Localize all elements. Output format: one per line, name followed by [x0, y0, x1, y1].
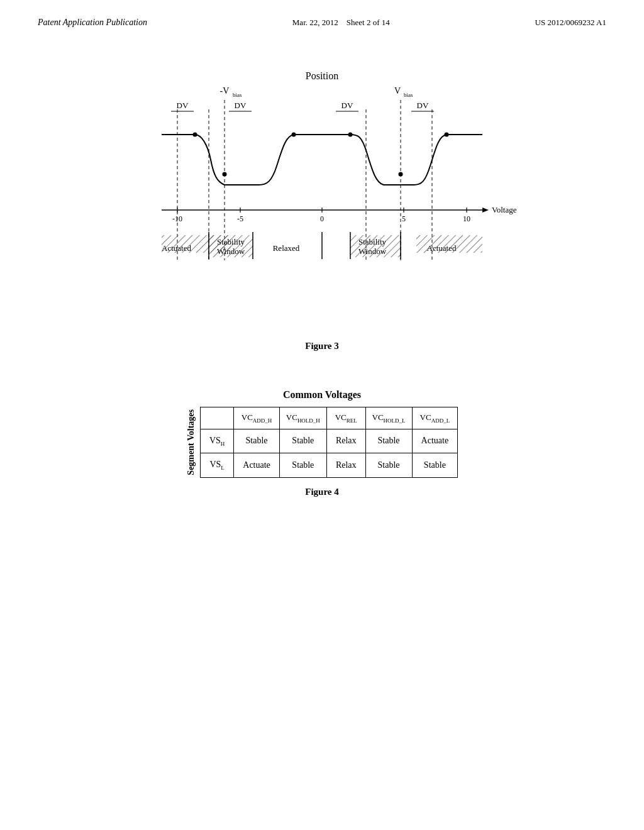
- figure4-container: Common Voltages Segment Voltages VCADD_H…: [102, 389, 542, 497]
- figure3-label: Figure 3: [102, 341, 542, 351]
- col-vchold-h: VCHOLD_H: [279, 407, 326, 429]
- curve-dot-4: [348, 133, 353, 137]
- voltage-table: VCADD_H VCHOLD_H VCREL VCHOLD_L VCADD_L: [200, 407, 458, 478]
- dv-label-1: DV: [177, 101, 189, 110]
- table-row-vsh: VSH Stable Stable Relax Stable Actuate: [200, 429, 457, 453]
- pos-bias-sub: bias: [404, 92, 413, 98]
- publication-date-sheet: Mar. 22, 2012 Sheet 2 of 14: [292, 18, 390, 28]
- cell-vsh-vcrel: Relax: [326, 429, 365, 453]
- dv-label-4: DV: [417, 101, 429, 110]
- col-empty: [200, 407, 233, 429]
- figure4-label: Figure 4: [102, 487, 542, 497]
- row-header-vsl: VSL: [200, 453, 233, 478]
- hysteresis-curve: [162, 135, 482, 185]
- col-vcadd-h: VCADD_H: [234, 407, 280, 429]
- curve-dot-5: [399, 172, 403, 177]
- x-tick-10: 10: [463, 214, 470, 223]
- pos-vbias-label: V: [394, 86, 401, 96]
- figure3-chart: Position -V bias V bias DV DV DV DV Volt…: [127, 65, 517, 336]
- common-voltages-title: Common Voltages: [102, 389, 542, 401]
- cell-vsh-vcadd-l: Actuate: [412, 429, 458, 453]
- voltage-label: Voltage: [492, 205, 517, 214]
- figure3-container: Position -V bias V bias DV DV DV DV Volt…: [102, 65, 542, 351]
- x-tick-0: 0: [320, 214, 324, 223]
- cell-vsl-vcadd-h: Actuate: [234, 453, 280, 478]
- publication-type: Patent Application Publication: [38, 18, 147, 28]
- neg-bias-sub: bias: [233, 92, 242, 98]
- cell-vsl-vchold-h: Stable: [279, 453, 326, 478]
- cell-vsh-vchold-l: Stable: [365, 429, 412, 453]
- x-axis-arrow: [482, 208, 489, 213]
- col-vchold-l: VCHOLD_L: [365, 407, 412, 429]
- col-vcadd-l: VCADD_L: [412, 407, 458, 429]
- table-wrapper: Segment Voltages VCADD_H VCHOLD_H VCREL …: [102, 407, 542, 478]
- curve-dot-1: [193, 133, 197, 137]
- curve-dot-2: [223, 172, 227, 177]
- dv-label-2: DV: [235, 101, 247, 110]
- page-header: Patent Application Publication Mar. 22, …: [0, 0, 644, 28]
- row-header-vsh: VSH: [200, 429, 233, 453]
- cell-vsl-vcrel: Relax: [326, 453, 365, 478]
- region-relaxed: Relaxed: [273, 243, 300, 253]
- x-tick-5: 5: [402, 214, 406, 223]
- publication-number: US 2012/0069232 A1: [535, 18, 606, 28]
- curve-dot-3: [292, 133, 296, 137]
- hatch-right-stability: [350, 235, 401, 257]
- table-row-vsl: VSL Actuate Stable Relax Stable Stable: [200, 453, 457, 478]
- cell-vsl-vchold-l: Stable: [365, 453, 412, 478]
- dv-label-3: DV: [341, 101, 353, 110]
- segment-voltages-label: Segment Voltages: [186, 409, 196, 475]
- hatch-left-stability: [209, 235, 253, 257]
- hatch-right-actuated: [416, 235, 482, 253]
- curve-dot-6: [445, 133, 449, 137]
- col-vcrel: VCREL: [326, 407, 365, 429]
- cell-vsh-vchold-h: Stable: [279, 429, 326, 453]
- cell-vsh-vcadd-h: Stable: [234, 429, 280, 453]
- neg-vbias-label: -V: [220, 86, 230, 96]
- x-tick--5: -5: [237, 214, 243, 223]
- figure3-title: Position: [306, 70, 338, 81]
- cell-vsl-vcadd-l: Stable: [412, 453, 458, 478]
- table-header-row: VCADD_H VCHOLD_H VCREL VCHOLD_L VCADD_L: [200, 407, 457, 429]
